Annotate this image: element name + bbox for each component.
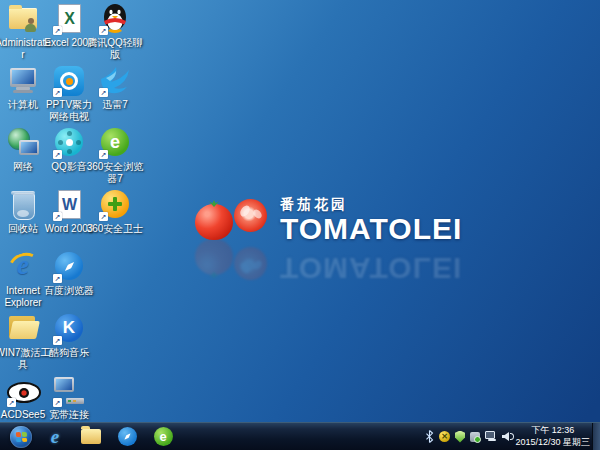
compass-icon [52,250,86,284]
shortcut-arrow-icon [53,88,62,97]
taskbar-baidu-browser[interactable] [110,423,144,450]
shortcut-arrow-icon [99,212,108,221]
computer-icon [6,64,40,98]
desktop-icon-360-safeguard[interactable]: 360安全卫士 [92,188,138,235]
logo-reflection: TOMATOLEI [192,243,482,283]
desktop-icon-qq-light[interactable]: 腾讯QQ轻聊版 [92,2,138,61]
desktop-icon-kugou-music[interactable]: K 酷狗音乐 [46,312,92,359]
icon-label: 百度浏览器 [40,285,98,297]
browser-e-icon: e [154,427,173,446]
shortcut-arrow-icon [53,212,62,221]
eye-icon [6,374,40,408]
network-tray-icon[interactable] [485,431,497,442]
desktop-icon-broadband[interactable]: 宽带连接 [46,374,92,421]
desktop-icon-internet-explorer[interactable]: e Internet Explorer [0,250,46,309]
shortcut-arrow-icon [53,274,62,283]
shortcut-arrow-icon [99,150,108,159]
network-globe-icon [6,126,40,160]
wallpaper-logo: 番茄花园 TOMATOLEI TOMATOLEI [192,196,482,262]
user-folder-icon [6,2,40,36]
icon-label: 迅雷7 [86,99,144,111]
icon-label: 360安全浏览器7 [86,161,144,185]
clock-time: 下午 12:36 [515,424,590,436]
internet-explorer-icon: e [6,250,40,284]
film-reel-icon [52,126,86,160]
recycle-bin-icon [6,188,40,222]
taskbar-360-browser[interactable]: e [146,423,180,450]
volume-tray-icon[interactable] [502,431,514,442]
shortcut-arrow-icon [53,150,62,159]
shortcut-arrow-icon [53,398,62,407]
shortcut-arrow-icon [7,398,16,407]
system-tray: ✕ [425,423,514,450]
show-desktop-button[interactable] [592,423,600,450]
taskbar: e e ✕ 下午 12:36 2015/12/30 星期三 [0,422,600,450]
icon-label: 360安全卫士 [86,223,144,235]
shortcut-arrow-icon [99,26,108,35]
tomato-slice-icon [234,199,267,232]
360-shield-tray-icon[interactable] [455,431,465,443]
desktop-icon-administrator[interactable]: Administrator [0,2,46,61]
shield-plus-icon [98,188,132,222]
taskbar-explorer[interactable] [74,423,108,450]
compass-icon [118,427,137,446]
broadband-icon [52,374,86,408]
xunlei-bird-icon [98,64,132,98]
icon-label: 宽带连接 [40,409,98,421]
windows-orb-icon [10,426,32,448]
antivirus-tray-icon[interactable]: ✕ [439,431,450,442]
desktop-icon-360-browser-7[interactable]: e 360安全浏览器7 [92,126,138,185]
icon-label: 酷狗音乐 [40,347,98,359]
shortcut-arrow-icon [53,336,62,345]
desktop[interactable]: Administrator 计算机 网络 回收站 e Internet Expl… [0,0,600,450]
desktop-icon-pptv[interactable]: PPTV聚力 网络电视 [46,64,92,123]
logo-title-en: TOMATOLEI [280,214,462,244]
open-folder-icon [6,312,40,346]
clock-date: 2015/12/30 星期三 [515,436,590,448]
bluetooth-icon[interactable] [425,430,434,443]
desktop-icon-win7-activator[interactable]: WIN7激活工具 [0,312,46,371]
desktop-icon-xunlei-7[interactable]: 迅雷7 [92,64,138,111]
update-tray-icon[interactable] [470,432,480,442]
desktop-icon-baidu-browser[interactable]: 百度浏览器 [46,250,92,297]
ie-icon: e [51,426,59,448]
shortcut-arrow-icon [53,26,62,35]
taskbar-internet-explorer[interactable]: e [38,423,72,450]
start-button[interactable] [4,423,38,450]
qq-penguin-icon [98,2,132,36]
tomato-icon [195,204,233,240]
taskbar-clock[interactable]: 下午 12:36 2015/12/30 星期三 [515,424,590,450]
excel-icon: X [52,2,86,36]
browser-e-icon: e [98,126,132,160]
icon-label: 腾讯QQ轻聊版 [86,37,144,61]
shortcut-arrow-icon [99,88,108,97]
pptv-icon [52,64,86,98]
word-icon: W [52,188,86,222]
folder-icon [81,429,101,444]
kugou-icon: K [52,312,86,346]
